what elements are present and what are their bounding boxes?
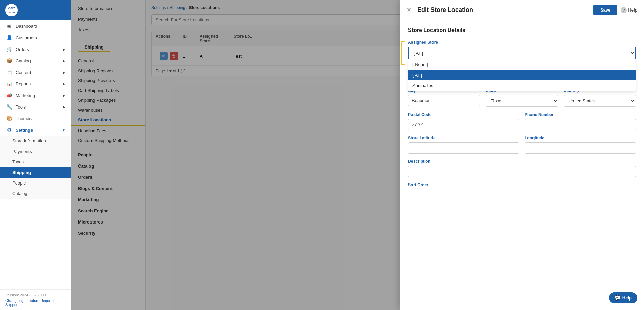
postal-code-label: Postal Code xyxy=(408,112,519,117)
sort-order-label: Sort Order xyxy=(408,182,636,187)
sidebar-footer: Version: 2024.3.828.909 Changelog | Feat… xyxy=(0,289,71,310)
settings-arrow: ▼ xyxy=(62,128,65,132)
sidebar-item-label: Orders xyxy=(16,47,29,52)
reports-icon: 📊 xyxy=(5,81,13,86)
settings-submenu: Store Information Payments Taxes Shippin… xyxy=(0,136,71,199)
catalog-arrow: ▶ xyxy=(63,59,65,63)
modal-body: Store Location Details Assigned Store [ … xyxy=(400,20,644,310)
settings-sub-people[interactable]: People xyxy=(0,178,71,188)
sidebar-item-label: Tools xyxy=(16,104,26,110)
modal-header: ✕ Edit Store Location Save ? Help xyxy=(400,0,644,20)
bracket-wrapper xyxy=(401,47,405,59)
settings-sub-store-information[interactable]: Store Information xyxy=(0,136,71,146)
help-label: Help xyxy=(628,7,637,13)
settings-sub-taxes[interactable]: Taxes xyxy=(0,157,71,167)
dropdown-option-all[interactable]: [ All ] xyxy=(408,70,636,80)
sidebar-item-tools[interactable]: 🔧 Tools ▶ xyxy=(0,101,71,113)
support-link[interactable]: Support xyxy=(5,303,19,307)
latitude-label: Store Latitude xyxy=(408,136,519,140)
orders-arrow: ▶ xyxy=(63,47,65,51)
changelog-link[interactable]: Changelog xyxy=(5,298,23,303)
bracket-indicator xyxy=(401,41,405,65)
settings-icon: ⚙ xyxy=(5,127,13,133)
settings-sub-payments[interactable]: Payments xyxy=(0,146,71,157)
description-label: Description xyxy=(408,159,636,164)
dropdown-option-none[interactable]: [ None ] xyxy=(408,59,636,70)
save-button[interactable]: Save xyxy=(593,5,617,15)
marketing-icon: 📣 xyxy=(5,93,13,98)
sidebar-item-settings[interactable]: ⚙ Settings ▼ xyxy=(0,124,71,136)
sidebar-item-orders[interactable]: 🛒 Orders ▶ xyxy=(0,43,71,55)
customers-icon: 👤 xyxy=(5,35,13,40)
assigned-store-dropdown-list: [ None ] [ All ] AarshaTest xyxy=(408,59,636,91)
longitude-input[interactable] xyxy=(525,142,636,154)
sidebar-item-themes[interactable]: 🎨 Themes xyxy=(0,113,71,124)
sidebar-item-label: Dashboard xyxy=(16,24,37,29)
modal-actions: Save ? Help xyxy=(593,5,637,15)
description-group: Description xyxy=(408,159,636,177)
sidebar-item-label: Content xyxy=(16,70,31,75)
sidebar-item-dashboard[interactable]: ◉ Dashboard xyxy=(0,20,71,32)
phone-input[interactable] xyxy=(525,119,636,130)
sidebar-item-label: Customers xyxy=(16,35,37,40)
sidebar: cart.com ◉ Dashboard 👤 Customers 🛒 Order… xyxy=(0,0,71,310)
modal-title-text: Edit Store Location xyxy=(417,6,473,14)
dropdown-option-aarsha[interactable]: AarshaTest xyxy=(408,80,636,91)
longitude-label: Longitude xyxy=(525,136,636,140)
section-title: Store Location Details xyxy=(408,27,636,33)
assigned-store-group: Assigned Store [ None ] [ All ] AarshaTe… xyxy=(408,40,636,59)
postal-code-input[interactable] xyxy=(408,119,519,130)
orders-icon: 🛒 xyxy=(5,46,13,52)
latitude-input[interactable] xyxy=(408,142,519,154)
close-button[interactable]: ✕ xyxy=(407,7,411,13)
tools-icon: 🔧 xyxy=(5,104,13,110)
city-input[interactable] xyxy=(408,95,480,106)
sidebar-item-content[interactable]: 📄 Content ▶ xyxy=(0,66,71,78)
sidebar-item-reports[interactable]: 📊 Reports ▶ xyxy=(0,78,71,90)
description-input[interactable] xyxy=(408,166,636,177)
tools-arrow: ▶ xyxy=(63,105,65,109)
main-area: Store Information Payments Taxes Shippin… xyxy=(71,0,644,310)
help-float-label: Help xyxy=(622,295,632,301)
modal-title-area: ✕ Edit Store Location xyxy=(407,6,473,14)
reports-arrow: ▶ xyxy=(63,82,65,86)
phone-group: Phone Number xyxy=(525,112,636,130)
logo-icon: cart.com xyxy=(5,4,18,16)
help-float-icon: 💬 xyxy=(615,295,620,301)
sidebar-item-label: Reports xyxy=(16,81,31,86)
country-select[interactable]: United States xyxy=(564,95,636,107)
content-icon: 📄 xyxy=(5,70,13,75)
themes-icon: 🎨 xyxy=(5,116,13,121)
sidebar-item-marketing[interactable]: 📣 Marketing ▶ xyxy=(0,90,71,101)
catalog-icon: 📦 xyxy=(5,58,13,63)
settings-sub-catalog[interactable]: Catalog xyxy=(0,188,71,199)
sidebar-item-label: Marketing xyxy=(16,93,35,98)
help-link[interactable]: ? Help xyxy=(621,7,637,13)
sidebar-item-label: Settings xyxy=(16,128,33,133)
version-text: Version: 2024.3.828.909 xyxy=(5,293,65,297)
settings-sub-shipping[interactable]: Shipping xyxy=(0,167,71,178)
logo[interactable]: cart.com xyxy=(0,0,71,20)
postal-code-group: Postal Code xyxy=(408,112,519,130)
sort-order-group: Sort Order xyxy=(408,182,636,189)
phone-label: Phone Number xyxy=(525,112,636,117)
sidebar-item-customers[interactable]: 👤 Customers xyxy=(0,32,71,43)
marketing-arrow: ▶ xyxy=(63,94,65,97)
help-icon: ? xyxy=(621,7,627,13)
sidebar-nav: ◉ Dashboard 👤 Customers 🛒 Orders ▶ 📦 Cat… xyxy=(0,20,71,289)
sidebar-item-label: Themes xyxy=(16,116,32,121)
edit-store-location-modal: ✕ Edit Store Location Save ? Help Store … xyxy=(400,0,644,310)
assigned-store-select[interactable]: [ None ] [ All ] AarshaTest xyxy=(408,47,636,59)
postal-phone-row: Postal Code Phone Number xyxy=(408,112,636,130)
latitude-group: Store Latitude xyxy=(408,136,519,154)
dashboard-icon: ◉ xyxy=(5,23,13,29)
feature-request-link[interactable]: Feature Request xyxy=(26,298,54,303)
state-select[interactable]: Texas xyxy=(486,95,558,107)
sidebar-item-catalog[interactable]: 📦 Catalog ▶ xyxy=(0,55,71,66)
help-float-button[interactable]: 💬 Help xyxy=(609,292,637,303)
content-arrow: ▶ xyxy=(63,71,65,74)
longitude-group: Longitude xyxy=(525,136,636,154)
sidebar-item-label: Catalog xyxy=(16,58,31,63)
lat-long-row: Store Latitude Longitude xyxy=(408,136,636,154)
assigned-store-dropdown-wrapper: [ None ] [ All ] AarshaTest [ None ] [ A… xyxy=(408,47,636,59)
